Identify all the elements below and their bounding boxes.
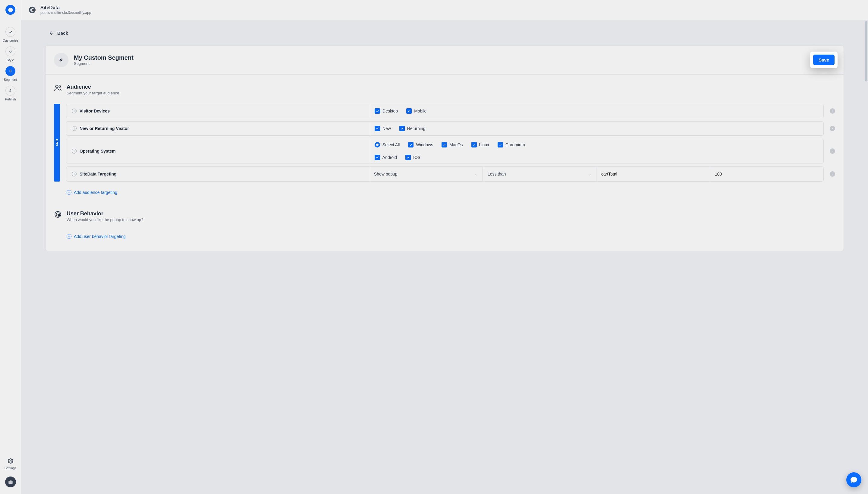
checkbox-linux[interactable]: Linux bbox=[471, 142, 489, 148]
checkbox-returning[interactable]: Returning bbox=[399, 126, 426, 131]
add-behavior-targeting[interactable]: + Add user behavior targeting bbox=[66, 234, 835, 239]
rule-operating-system: iOperating System Select All Windows Mac… bbox=[66, 139, 835, 164]
main-content: Back Save My Custom Segment Segment Audi… bbox=[21, 20, 868, 494]
rule-new-returning: iNew or Returning Visitor New Returning bbox=[66, 121, 835, 136]
nav-step-style[interactable]: Style bbox=[5, 46, 15, 62]
app-logo[interactable] bbox=[5, 5, 15, 15]
settings-label: Settings bbox=[4, 466, 17, 470]
remove-rule-button[interactable] bbox=[830, 108, 835, 114]
info-icon[interactable]: i bbox=[72, 149, 77, 153]
segment-subtitle: Segment bbox=[74, 61, 134, 66]
workspace-button[interactable] bbox=[5, 476, 16, 487]
segment-card: Save My Custom Segment Segment Audience … bbox=[45, 45, 844, 251]
remove-rule-button[interactable] bbox=[830, 171, 835, 177]
svg-point-0 bbox=[9, 460, 12, 462]
comparator-select[interactable]: Less than bbox=[483, 167, 596, 181]
chevron-down-icon bbox=[588, 172, 591, 175]
globe-icon bbox=[29, 7, 36, 13]
nav-step-segment[interactable]: 3 Segment bbox=[4, 66, 17, 81]
plus-circle-icon: + bbox=[66, 234, 72, 239]
plus-circle-icon: + bbox=[66, 190, 72, 195]
chat-widget[interactable] bbox=[846, 472, 861, 487]
remove-rule-button[interactable] bbox=[830, 126, 835, 131]
checkbox-new[interactable]: New bbox=[375, 126, 391, 131]
rule-visitor-devices: iVisitor Devices Desktop Mobile bbox=[66, 104, 835, 118]
gear-icon bbox=[7, 458, 14, 464]
checkbox-desktop[interactable]: Desktop bbox=[375, 108, 398, 114]
segment-title: My Custom Segment bbox=[74, 54, 134, 61]
nav-step-publish[interactable]: 4 Publish bbox=[5, 86, 16, 101]
remove-rule-button[interactable] bbox=[830, 148, 835, 154]
info-icon[interactable]: i bbox=[72, 172, 77, 176]
back-button[interactable]: Back bbox=[45, 27, 74, 39]
checkbox-android[interactable]: Android bbox=[375, 155, 397, 160]
value-input-cell bbox=[710, 167, 823, 181]
site-name: SiteData bbox=[40, 5, 91, 11]
add-audience-targeting[interactable]: + Add audience targeting bbox=[66, 190, 835, 195]
key-input[interactable] bbox=[601, 172, 705, 176]
svg-point-2 bbox=[56, 85, 58, 88]
audience-title: Audience bbox=[66, 84, 119, 90]
and-joiner: AND bbox=[54, 104, 60, 182]
nav-step-label: Publish bbox=[5, 97, 16, 101]
audience-icon bbox=[54, 84, 62, 93]
scrollbar[interactable] bbox=[865, 21, 867, 81]
info-icon[interactable]: i bbox=[72, 126, 77, 131]
checkbox-mobile[interactable]: Mobile bbox=[406, 108, 427, 114]
nav-step-label: Style bbox=[7, 58, 14, 62]
behavior-icon bbox=[54, 210, 62, 219]
save-button[interactable]: Save bbox=[813, 55, 834, 65]
rule-sitedata-targeting: iSiteData Targeting Show popup Less than bbox=[66, 167, 835, 182]
bolt-icon bbox=[54, 53, 68, 67]
sidebar: Customize Style 3 Segment 4 Publish Sett… bbox=[0, 0, 21, 494]
nav-step-label: Segment bbox=[4, 78, 17, 81]
checkbox-windows[interactable]: Windows bbox=[408, 142, 433, 148]
site-url: poetic-muffin-cbc3ee.netlify.app bbox=[40, 11, 91, 15]
save-highlight: Save bbox=[810, 52, 837, 68]
behavior-subtitle: When would you like the popup to show up… bbox=[66, 217, 143, 222]
nav-step-customize[interactable]: Customize bbox=[3, 27, 18, 42]
settings-link[interactable]: Settings bbox=[4, 458, 17, 470]
nav-steps: Customize Style 3 Segment 4 Publish bbox=[3, 27, 18, 101]
nav-step-label: Customize bbox=[3, 39, 18, 42]
key-input-cell bbox=[596, 167, 710, 181]
topbar: SiteData poetic-muffin-cbc3ee.netlify.ap… bbox=[21, 0, 868, 20]
chevron-down-icon bbox=[475, 172, 478, 175]
checkbox-macos[interactable]: MacOs bbox=[441, 142, 462, 148]
checkbox-chromium[interactable]: Chromium bbox=[498, 142, 525, 148]
value-input[interactable] bbox=[715, 172, 818, 176]
behavior-title: User Behavior bbox=[66, 210, 143, 217]
info-icon[interactable]: i bbox=[72, 109, 77, 113]
action-select[interactable]: Show popup bbox=[369, 167, 483, 181]
arrow-left-icon bbox=[50, 31, 54, 36]
audience-subtitle: Segment your target audience bbox=[66, 91, 119, 95]
checkbox-ios[interactable]: IOS bbox=[406, 155, 420, 160]
radio-select-all[interactable]: Select All bbox=[375, 142, 400, 148]
